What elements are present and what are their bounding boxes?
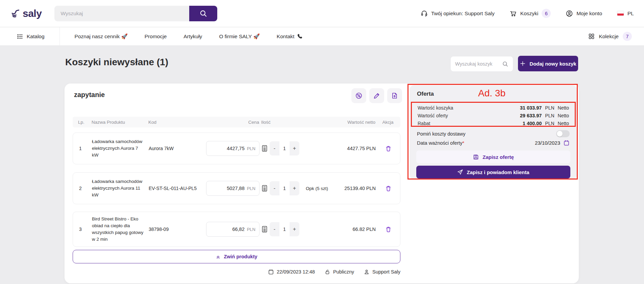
product-code: 38798-09 — [149, 227, 206, 232]
qty-value[interactable]: 1 — [279, 222, 290, 236]
cart-icon — [510, 10, 517, 17]
save-offer-button[interactable]: Zapisz ofertę — [416, 150, 570, 163]
skip-shipping-toggle[interactable] — [556, 130, 570, 137]
qty-plus-button[interactable]: + — [290, 222, 299, 236]
col-price: Cena — [206, 120, 259, 125]
export-button[interactable] — [387, 88, 402, 103]
collections-badge: 7 — [623, 32, 632, 41]
annotation-text: Ad. 3b — [478, 88, 505, 99]
cart-datetime-label: 22/09/2023 12:48 — [277, 269, 315, 275]
price-value: 4427,75 — [227, 146, 244, 151]
header-search — [54, 6, 217, 21]
price-currency: PLN — [247, 227, 255, 232]
delete-row-button[interactable] — [376, 145, 401, 152]
nav-link-cennik[interactable]: Poznaj nasz cennik 🚀 — [75, 33, 128, 40]
col-net: Wartość netto — [333, 120, 375, 125]
offer-title: Oferta — [417, 91, 434, 97]
collapse-products-button[interactable]: Zwiń produkty — [73, 250, 400, 263]
nav-links: Poznaj nasz cennik 🚀 Promocje Artykuły O… — [75, 33, 303, 40]
pencil-icon — [373, 92, 380, 99]
skip-shipping-row: Pomiń koszty dostawy — [417, 130, 570, 137]
calculator-icon[interactable] — [262, 185, 267, 192]
user-icon — [566, 10, 573, 17]
offer-row-currency: PLN — [545, 121, 554, 126]
nav-catalog-label: Katalog — [27, 33, 45, 40]
top-header: saly — [0, 0, 644, 27]
qty-minus-button[interactable]: - — [270, 181, 279, 195]
validity-date-picker[interactable]: 23/10/2023 — [535, 140, 570, 146]
cart-search-input[interactable] — [455, 61, 502, 67]
collapse-label: Zwiń produkty — [224, 254, 257, 259]
required-mark: * — [463, 140, 465, 146]
account-label: Moje konto — [576, 10, 602, 17]
offer-summary: Wartość koszyka 31 033.97 PLN Netto Wart… — [414, 104, 572, 127]
carts-badge: 6 — [542, 9, 551, 18]
qty-minus-button[interactable]: - — [270, 141, 279, 156]
grid-icon — [588, 33, 595, 40]
price-input[interactable]: 5027,88 PLN — [206, 181, 259, 196]
header-search-button[interactable] — [189, 6, 217, 21]
nav-link-kontakt[interactable]: Kontakt — [277, 33, 303, 40]
price-input[interactable]: 66,82 PLN — [206, 222, 259, 237]
calculator-icon[interactable] — [262, 226, 267, 233]
quantity-stepper: - 1 + — [270, 141, 299, 156]
saly-logo[interactable]: saly — [10, 8, 42, 19]
offer-row-discount: Rabat 1 400.00 PLN Netto — [414, 119, 572, 127]
quantity-stepper: - 1 + — [270, 181, 299, 195]
nav-catalog[interactable]: Katalog — [17, 33, 45, 40]
product-name: Bird Street Bistro - Eko obiad na ciepło… — [88, 216, 149, 243]
floppy-disk-icon — [473, 154, 479, 160]
cart-datetime: 22/09/2023 12:48 — [268, 269, 315, 275]
toggle-knob — [557, 131, 563, 137]
pack-info: Opk (5 szt) — [301, 186, 333, 191]
price-input[interactable]: 4427,75 PLN — [206, 141, 259, 156]
delete-row-button[interactable] — [376, 226, 401, 233]
offer-row-currency: PLN — [545, 105, 554, 111]
carts-item[interactable]: Koszyki 6 — [510, 9, 551, 18]
qty-value[interactable]: 1 — [279, 181, 290, 195]
delete-row-button[interactable] — [376, 185, 401, 192]
add-cart-label: Dodaj nowy koszyk — [529, 61, 576, 67]
product-code: Aurora 7kW — [149, 146, 206, 151]
qty-plus-button[interactable]: + — [290, 181, 299, 195]
add-cart-button[interactable]: Dodaj nowy koszyk — [518, 56, 578, 71]
nav-collections[interactable]: Kolekcje 7 — [588, 32, 632, 41]
table-row: 2 Ładowarka samochodów elektrycznych Aur… — [73, 172, 400, 204]
nav-link-o-firmie[interactable]: O firmie SALY 🚀 — [219, 33, 259, 40]
logo-text: saly — [23, 8, 42, 19]
search-icon — [502, 61, 509, 67]
save-and-notify-button[interactable]: Zapisz i powiadom klienta — [416, 166, 570, 179]
list-icon — [17, 33, 23, 40]
caretaker-label: Twój opiekun: Support Saly — [431, 10, 495, 17]
offer-panel: Oferta Ad. 3b Wartość koszyka 31 033.97 … — [410, 85, 577, 179]
offer-row-offer-value: Wartość oferty 29 633.97 PLN Netto — [414, 112, 572, 119]
header-search-input[interactable] — [54, 6, 189, 21]
nav-link-artykuly[interactable]: Artykuły — [183, 33, 202, 40]
offer-row-netto: Netto — [558, 121, 569, 126]
caretaker-item[interactable]: Twój opiekun: Support Saly — [421, 10, 495, 17]
product-code: EV-ST-SL-011-AU-PL5 — [149, 186, 206, 191]
validity-label: Data ważności oferty* — [417, 140, 464, 146]
qty-value[interactable]: 1 — [279, 141, 290, 156]
qty-minus-button[interactable]: - — [270, 222, 279, 236]
product-name: Ładowarka samochodów elektrycznych Auror… — [88, 138, 149, 159]
language-item[interactable]: PL — [617, 10, 634, 17]
cart-card: zapytanie — [65, 84, 579, 283]
table-row: 3 Bird Street Bistro - Eko obiad na ciep… — [73, 212, 400, 247]
offer-row-label: Wartość oferty — [418, 113, 448, 118]
calculator-icon[interactable] — [262, 145, 267, 152]
send-icon — [457, 169, 463, 175]
percent-circle-icon — [355, 92, 363, 99]
discount-button[interactable] — [351, 88, 366, 103]
save-and-notify-label: Zapisz i powiadom klienta — [467, 169, 529, 175]
calendar-icon — [268, 269, 274, 275]
account-item[interactable]: Moje konto — [566, 10, 602, 17]
price-currency: PLN — [247, 186, 255, 191]
col-name: Nazwa Produktu — [88, 120, 148, 125]
net-value: 66.82 PLN — [333, 227, 376, 232]
col-qty: Ilość — [259, 120, 300, 125]
save-offer-label: Zapisz ofertę — [482, 154, 514, 160]
qty-plus-button[interactable]: + — [290, 141, 299, 156]
nav-link-promocje[interactable]: Promocje — [145, 33, 167, 40]
edit-button[interactable] — [369, 88, 384, 103]
